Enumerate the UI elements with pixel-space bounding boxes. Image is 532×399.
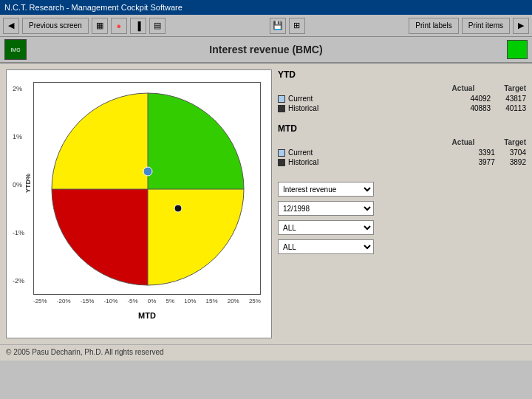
mtd-title: MTD: [278, 123, 526, 134]
ytd-historical-legend: [278, 105, 285, 112]
ytd-historical-actual: 40883: [470, 104, 491, 112]
ytd-section: YTD Actual Target Current 44092 43817: [278, 69, 526, 113]
mtd-current-text: Current: [288, 149, 313, 157]
ytd-current-values: 44092 43817: [470, 95, 526, 103]
ytd-current-row: Current 44092 43817: [278, 94, 526, 103]
ytd-current-label: Current: [278, 95, 330, 103]
dropdown-metric[interactable]: Interest revenue: [278, 182, 374, 197]
x-label-neg5: -5%: [127, 298, 137, 304]
status-indicator: [507, 40, 528, 59]
y-label-0pct: 0%: [13, 181, 24, 188]
ytd-header-target: Target: [504, 84, 526, 92]
x-label-15: 15%: [206, 298, 218, 304]
svg-rect-1: [34, 83, 148, 189]
header-logo: IMG: [4, 39, 27, 60]
mtd-historical-legend: [278, 159, 285, 166]
mtd-historical-target: 3892: [510, 158, 526, 166]
ytd-title: YTD: [278, 69, 526, 80]
table-icon[interactable]: ▤: [149, 18, 166, 34]
circle-icon[interactable]: ●: [111, 18, 127, 34]
ytd-header-row: Actual Target: [278, 83, 526, 94]
ytd-historical-text: Historical: [288, 104, 318, 112]
chart-area: 2% 1% 0% -1% -2% YTD%: [6, 69, 272, 338]
dropdown-filter2[interactable]: ALL: [278, 239, 374, 254]
mtd-historical-values: 3977 3892: [479, 158, 527, 166]
dropdown-row-1: Interest revenue: [278, 182, 526, 197]
back-icon[interactable]: ◀: [3, 18, 19, 34]
mtd-section: MTD Actual Target Current 3391 3704: [278, 123, 526, 167]
dropdown-row-2: 12/1998: [278, 201, 526, 216]
title-bar-text: N.C.T. Research - Management Cockpit Sof…: [4, 3, 183, 12]
chart-box: [33, 82, 261, 295]
ytd-current-text: Current: [288, 95, 313, 103]
main-content: 2% 1% 0% -1% -2% YTD%: [0, 64, 532, 344]
x-label-0: 0%: [148, 298, 157, 304]
svg-point-9: [174, 205, 182, 212]
dropdown-row-3: ALL: [278, 220, 526, 235]
x-axis-title: MTD: [33, 311, 261, 320]
ytd-historical-values: 40883 40113: [470, 104, 526, 112]
x-label-neg20: -20%: [57, 298, 71, 304]
y-label-neg1pct: -1%: [13, 229, 24, 236]
footer: © 2005 Pasu Decharin, Ph.D. All rights r…: [0, 344, 532, 361]
mtd-header-target: Target: [504, 138, 526, 146]
svg-point-8: [143, 167, 152, 176]
svg-rect-2: [148, 83, 261, 189]
dropdown-filter1[interactable]: ALL: [278, 220, 374, 235]
x-label-20: 20%: [228, 298, 239, 304]
y-label-neg2pct: -2%: [13, 277, 24, 284]
save-icon[interactable]: 💾: [270, 18, 286, 34]
grid-icon[interactable]: ▦: [92, 18, 108, 34]
mtd-current-legend: [278, 149, 285, 157]
title-bar: N.C.T. Research - Management Cockpit Sof…: [0, 0, 532, 15]
mtd-current-row: Current 3391 3704: [278, 148, 526, 157]
footer-text: © 2005 Pasu Decharin, Ph.D. All rights r…: [6, 348, 164, 356]
right-panel: YTD Actual Target Current 44092 43817: [278, 69, 526, 338]
mtd-historical-actual: 3977: [479, 158, 495, 166]
dropdown-row-4: ALL: [278, 239, 526, 254]
mtd-historical-label: Historical: [278, 158, 330, 166]
ytd-historical-row: Historical 40883 40113: [278, 103, 526, 113]
mtd-current-target: 3704: [510, 149, 526, 157]
x-label-neg10: -10%: [104, 298, 118, 304]
ytd-current-legend: [278, 95, 285, 103]
ytd-current-target: 43817: [505, 95, 526, 103]
y-label-2pct: 2%: [13, 85, 24, 92]
ytd-current-actual: 44092: [470, 95, 491, 103]
mtd-current-actual: 3391: [479, 149, 495, 157]
x-axis-labels: -25% -20% -15% -10% -5% 0% 5% 10% 15% 20…: [33, 298, 261, 304]
x-label-10: 10%: [184, 298, 196, 304]
mtd-historical-row: Historical 3977 3892: [278, 157, 526, 167]
bar-chart-icon[interactable]: ▐: [130, 18, 146, 34]
y-label-1pct: 1%: [13, 133, 24, 140]
toolbar: ◀ Previous screen ▦ ● ▐ ▤ 💾 ⊞ Print labe…: [0, 15, 532, 37]
chart-svg: [34, 83, 261, 295]
y-axis-title: YTD%: [24, 174, 32, 193]
x-label-25: 25%: [249, 298, 261, 304]
ytd-historical-target: 40113: [505, 104, 526, 112]
mtd-current-values: 3391 3704: [479, 149, 527, 157]
dropdown-date[interactable]: 12/1998: [278, 201, 374, 216]
mtd-current-label: Current: [278, 149, 330, 157]
ytd-header-actual: Actual: [452, 84, 475, 92]
dropdowns-container: Interest revenue 12/1998 ALL ALL: [278, 180, 526, 254]
x-label-neg25: -25%: [33, 298, 47, 304]
print-items-button[interactable]: Print items: [462, 18, 510, 34]
x-label-5: 5%: [166, 298, 175, 304]
svg-rect-3: [34, 189, 148, 295]
network-icon[interactable]: ⊞: [289, 18, 305, 34]
mtd-header-row: Actual Target: [278, 137, 526, 148]
scroll-right-icon[interactable]: ▶: [513, 18, 529, 34]
page-header: IMG Interest revenue (BMC): [0, 37, 532, 64]
svg-rect-4: [148, 189, 261, 295]
mtd-header-actual: Actual: [452, 138, 475, 146]
prev-screen-button[interactable]: Previous screen: [22, 18, 89, 34]
ytd-historical-label: Historical: [278, 104, 330, 112]
mtd-historical-text: Historical: [288, 158, 318, 166]
x-label-neg15: -15%: [81, 298, 95, 304]
page-title: Interest revenue (BMC): [209, 44, 322, 55]
print-labels-button[interactable]: Print labels: [409, 18, 458, 34]
